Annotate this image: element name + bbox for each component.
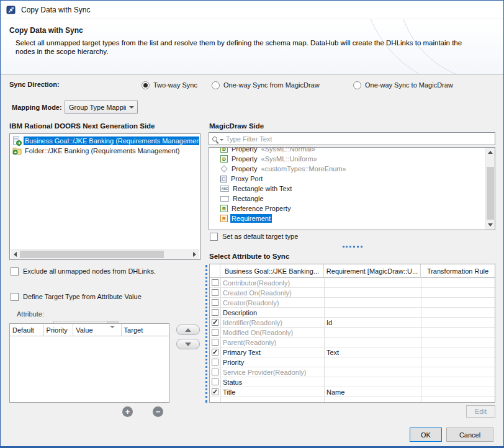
- filter-input[interactable]: [223, 133, 495, 145]
- attribute-label: Attribute:: [17, 310, 44, 318]
- row-checkbox[interactable]: [212, 279, 218, 286]
- triangle-down-icon: [488, 223, 493, 226]
- attribute-name: Contributor(Readonly): [220, 278, 324, 288]
- scrollbar-thumb[interactable]: [487, 167, 494, 220]
- tree-item-rectangle[interactable]: Rectangle: [210, 194, 485, 204]
- row-checkbox[interactable]: [212, 289, 218, 296]
- copy-data-with-sync-dialog: Copy Data with Sync Copy Data with Sync …: [0, 0, 504, 448]
- tree-item-reference-property[interactable]: Reference Property: [210, 204, 485, 213]
- attribute-name: Created On(Readonly): [220, 288, 324, 298]
- attribute-row-description[interactable]: Description: [210, 308, 495, 318]
- transformation-rule: [421, 347, 495, 357]
- radio-label: Two-way Sync: [153, 81, 197, 89]
- radio-one-way-from-magicdraw[interactable]: One-way Sync from MagicDraw: [212, 80, 320, 90]
- set-default-target-checkbox[interactable]: Set as default target type: [210, 233, 298, 241]
- radio-label: One-way Sync to MagicDraw: [365, 81, 453, 89]
- attribute-value-table: Default Priority Value Target: [9, 323, 169, 403]
- scroll-left-button[interactable]: [11, 250, 20, 259]
- radio-icon: [353, 81, 361, 89]
- mapped-attribute: [324, 298, 421, 308]
- add-row-button[interactable]: [122, 406, 133, 417]
- row-checkbox[interactable]: [212, 329, 218, 336]
- row-checkbox[interactable]: [212, 309, 218, 316]
- attribute-row-modified-on[interactable]: Modified On(Readonly): [210, 328, 495, 338]
- attribute-name: Description: [220, 308, 324, 318]
- row-checkbox[interactable]: [212, 359, 218, 365]
- scroll-right-button[interactable]: [190, 250, 199, 259]
- row-checkbox[interactable]: [212, 349, 218, 356]
- tree-item-property-moreenum[interactable]: Property «customTypes::MoreEnum»: [210, 164, 485, 174]
- attribute-row-identifier[interactable]: Identifier(Readonly) Id: [210, 318, 495, 328]
- row-checkbox[interactable]: [212, 388, 218, 395]
- scroll-down-button[interactable]: [486, 220, 495, 230]
- remove-row-button[interactable]: [153, 406, 163, 417]
- column-header-rule[interactable]: Transformation Rule: [421, 264, 495, 278]
- attribute-row-status[interactable]: Status: [210, 377, 495, 387]
- filter-field[interactable]: [209, 132, 495, 145]
- transformation-rule: [421, 377, 495, 387]
- cancel-button[interactable]: Cancel: [446, 428, 493, 442]
- triangle-up-icon: [488, 151, 493, 154]
- header-title: Copy Data with Sync: [9, 26, 83, 35]
- tree-item-property-uniform[interactable]: Property «SysML::Uniform»: [210, 154, 485, 164]
- tree-item-stereotype: «SysML::Uniform»: [261, 155, 317, 163]
- mapped-attribute: [324, 278, 421, 288]
- requirement-icon: [220, 215, 228, 222]
- folder-icon: [12, 146, 22, 155]
- distribution-property-icon: [220, 147, 228, 153]
- define-target-type-checkbox[interactable]: Define Target Type from Attribute Value: [11, 293, 142, 301]
- table-header-row: Business Goal::/JKE Banking... Requireme…: [210, 264, 495, 278]
- column-header-priority[interactable]: Priority: [44, 324, 74, 336]
- ok-button[interactable]: OK: [410, 428, 442, 442]
- row-checkbox[interactable]: [212, 319, 218, 326]
- magicdraw-panel-title: MagicDraw Side: [209, 122, 264, 130]
- exclude-unmapped-checkbox[interactable]: Exclude all unmapped nodes from DHLinks.: [11, 267, 156, 276]
- table-header-row: Default Priority Value Target: [10, 324, 169, 336]
- attribute-row-primary-text[interactable]: Primary Text Text: [210, 347, 495, 357]
- scroll-up-button[interactable]: [486, 148, 495, 157]
- vertical-splitter-handle[interactable]: [205, 265, 207, 403]
- edit-button: Edit: [466, 405, 495, 418]
- attribute-row-title[interactable]: Title Name: [210, 387, 495, 397]
- attribute-name: Priority: [220, 357, 324, 367]
- mapped-attribute: Text: [324, 347, 421, 357]
- list-item-folder[interactable]: Folder::/JKE Banking (Requirements Manag…: [11, 146, 199, 156]
- checkbox-label: Set as default target type: [222, 233, 298, 240]
- tree-item-stereotype: «customTypes::MoreEnum»: [261, 165, 346, 172]
- transformation-rule: [421, 308, 495, 318]
- list-item-business-goal[interactable]: Business Goal::/JKE Banking (Requirement…: [11, 136, 199, 146]
- column-header-default[interactable]: Default: [10, 324, 44, 336]
- mapped-attribute: [324, 328, 421, 338]
- row-checkbox[interactable]: [212, 299, 218, 306]
- attribute-row-creator[interactable]: Creator(Readonly): [210, 298, 495, 308]
- horizontal-scrollbar[interactable]: [11, 249, 199, 259]
- row-checkbox[interactable]: [212, 369, 218, 375]
- attribute-row-parent[interactable]: Parent(Readonly): [210, 338, 495, 347]
- mapped-attribute: [324, 377, 421, 387]
- transformation-rule: [421, 387, 495, 397]
- tree-item-requirement[interactable]: Requirement: [210, 213, 485, 223]
- mapping-mode-select[interactable]: Group Type Mapping: [65, 101, 138, 114]
- radio-two-way-sync[interactable]: Two-way Sync: [142, 80, 197, 90]
- tree-item-proxy-port[interactable]: Proxy Port: [210, 174, 485, 184]
- attribute-row-service-provider[interactable]: Service Provider(Readonly): [210, 367, 495, 377]
- attribute-row-created-on[interactable]: Created On(Readonly): [210, 288, 495, 298]
- scrollbar-thumb[interactable]: [20, 251, 164, 258]
- radio-one-way-to-magicdraw[interactable]: One-way Sync to MagicDraw: [353, 80, 453, 90]
- titlebar[interactable]: Copy Data with Sync: [1, 1, 503, 19]
- mapped-attribute: [324, 357, 421, 367]
- column-header-target[interactable]: Target: [122, 324, 169, 336]
- attribute-row-priority[interactable]: Priority: [210, 357, 495, 367]
- horizontal-splitter-handle[interactable]: [343, 246, 362, 248]
- column-header-checkbox: [210, 264, 220, 278]
- rectangle-with-text-icon: [220, 186, 229, 192]
- row-checkbox[interactable]: [212, 339, 218, 346]
- tree-item-label: Property: [230, 164, 259, 173]
- row-checkbox[interactable]: [212, 379, 218, 385]
- tree-item-property-normal[interactable]: Property «SysML::Normal»: [210, 147, 485, 154]
- column-header-target[interactable]: Requirement [MagicDraw::U...: [324, 264, 421, 278]
- attribute-row-contributor[interactable]: Contributor(Readonly): [210, 278, 495, 288]
- vertical-scrollbar[interactable]: [485, 148, 495, 230]
- tree-item-rectangle-with-text[interactable]: Rectangle with Text: [210, 184, 485, 194]
- column-header-source[interactable]: Business Goal::/JKE Banking...: [220, 264, 324, 278]
